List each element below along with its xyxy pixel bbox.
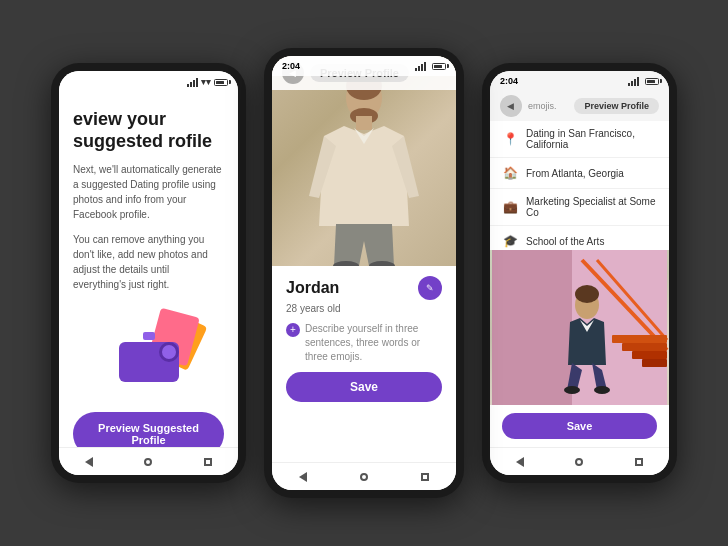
status-icons: ▾▾	[187, 77, 228, 87]
time-3: 2:04	[500, 76, 518, 86]
recent-nav-btn-3[interactable]	[631, 454, 647, 470]
svg-rect-15	[642, 359, 667, 367]
home-nav-btn[interactable]	[140, 454, 156, 470]
edit-profile-button[interactable]: ✎	[418, 276, 442, 300]
time-2: 2:04	[282, 61, 300, 71]
phone3-save-bar: Save	[490, 405, 669, 447]
svg-rect-14	[632, 351, 667, 359]
recent-square-icon	[204, 458, 212, 466]
status-bar-2: 2:04	[272, 56, 456, 76]
graduation-icon: 🎓	[502, 233, 518, 249]
header-subtitle-3: emojis.	[528, 101, 568, 111]
recent-nav-btn[interactable]	[200, 454, 216, 470]
camera-illustration	[73, 302, 224, 402]
phone-1: ▾▾ eview your suggested rofile Next, we'…	[51, 63, 246, 483]
wifi-icon: ▾▾	[201, 77, 211, 87]
bio-prompt: + Describe yourself in three sentences, …	[286, 322, 442, 364]
svg-point-17	[575, 285, 599, 303]
recent-square-icon-3	[635, 458, 643, 466]
info-text-college: School of the Arts	[526, 236, 604, 247]
status-bar-1: ▾▾	[59, 71, 238, 93]
save-button-2[interactable]: Save	[286, 372, 442, 402]
battery-icon	[214, 79, 228, 86]
back-arrow-icon-3: ◀	[507, 101, 514, 111]
signal-icon-2	[415, 62, 426, 71]
recent-square-icon-2	[421, 473, 429, 481]
back-arrow-icon	[85, 457, 93, 467]
info-item-location: 📍 Dating in San Francisco, California	[490, 121, 669, 158]
phone1-title: eview your suggested rofile	[73, 109, 224, 152]
home-icon: 🏠	[502, 165, 518, 181]
battery-icon-2	[432, 63, 446, 70]
svg-rect-8	[492, 250, 572, 405]
nav-bar-1	[59, 447, 238, 475]
phone2-profile-info: Jordan ✎ 28 years old + Describe yoursel…	[272, 266, 456, 462]
profile-age: 28 years old	[286, 303, 442, 314]
home-nav-btn-2[interactable]	[356, 469, 372, 485]
phone-3: 2:04 ◀ emojis. Preview Profile 📍 Dating …	[482, 63, 677, 483]
home-circle-icon-3	[575, 458, 583, 466]
nav-bar-2	[272, 462, 456, 490]
phone1-desc1: Next, we'll automatically generate a sug…	[73, 162, 224, 222]
stairs-scene-svg	[490, 250, 669, 405]
edit-pencil-icon: ✎	[426, 283, 434, 293]
back-nav-btn-3[interactable]	[512, 454, 528, 470]
home-nav-btn-3[interactable]	[571, 454, 587, 470]
info-text-hometown: From Atlanta, Georgia	[526, 168, 624, 179]
back-nav-btn[interactable]	[81, 454, 97, 470]
battery-icon-3	[645, 78, 659, 85]
nav-bar-3	[490, 447, 669, 475]
bio-prompt-text: Describe yourself in three sentences, th…	[305, 322, 442, 364]
svg-rect-4	[356, 116, 372, 130]
status-bar-3: 2:04	[490, 71, 669, 91]
phone3-header: ◀ emojis. Preview Profile	[490, 91, 669, 121]
svg-point-18	[564, 386, 580, 394]
info-item-hometown: 🏠 From Atlanta, Georgia	[490, 158, 669, 189]
phone-2: ◀ Preview Profile 2:04 Jordan ✎ 28 y	[264, 48, 464, 498]
camera-illus-container	[99, 312, 199, 392]
man-figure-svg	[294, 66, 434, 266]
back-button-3[interactable]: ◀	[500, 95, 522, 117]
signal-icon-3	[628, 77, 639, 86]
profile-photo-3	[490, 250, 669, 405]
home-circle-icon-2	[360, 473, 368, 481]
profile-info-list: 📍 Dating in San Francisco, California 🏠 …	[490, 121, 669, 250]
phone1-desc2: You can remove anything you don't like, …	[73, 232, 224, 292]
location-icon: 📍	[502, 131, 518, 147]
work-icon: 💼	[502, 199, 518, 215]
profile-name-row: Jordan ✎	[286, 276, 442, 300]
svg-rect-13	[622, 343, 667, 351]
preview-suggested-profile-button[interactable]: Preview Suggested Profile	[73, 412, 224, 447]
info-text-job: Marketing Specialist at Some Co	[526, 196, 657, 218]
back-nav-btn-2[interactable]	[295, 469, 311, 485]
back-arrow-nav-icon-3	[516, 457, 524, 467]
profile-name: Jordan	[286, 279, 339, 297]
camera-flash	[143, 332, 155, 340]
camera-body	[119, 342, 179, 382]
home-circle-icon	[144, 458, 152, 466]
recent-nav-btn-2[interactable]	[417, 469, 433, 485]
svg-rect-12	[612, 335, 667, 343]
info-item-job: 💼 Marketing Specialist at Some Co	[490, 189, 669, 226]
camera-lens	[159, 342, 179, 362]
plus-icon[interactable]: +	[286, 323, 300, 337]
back-arrow-nav-icon-2	[299, 472, 307, 482]
svg-point-19	[594, 386, 610, 394]
info-text-location: Dating in San Francisco, California	[526, 128, 657, 150]
phone1-main-content: eview your suggested rofile Next, we'll …	[59, 93, 238, 447]
info-item-college: 🎓 School of the Arts	[490, 226, 669, 250]
preview-profile-label-3: Preview Profile	[574, 98, 659, 114]
save-button-3[interactable]: Save	[502, 413, 657, 439]
signal-icon	[187, 78, 198, 87]
